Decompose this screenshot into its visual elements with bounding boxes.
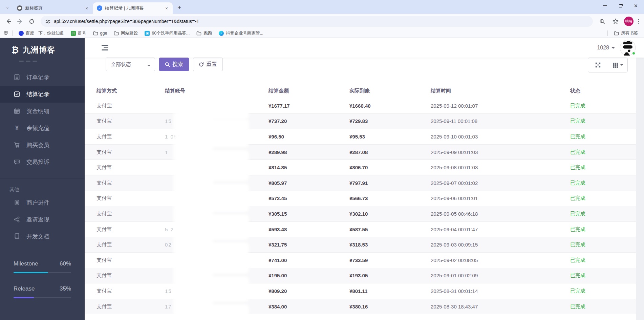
sidebar-item-referral[interactable]: 邀请返现 bbox=[0, 211, 85, 228]
folder-icon bbox=[614, 31, 619, 36]
browser-tab-active[interactable]: ✓ 结算记录 | 九洲博客 × bbox=[93, 2, 173, 14]
cell-account: 17 bbox=[165, 304, 269, 310]
url-text[interactable]: api.5xv.cn/user/settle.php?pageSize=30&p… bbox=[54, 19, 199, 24]
browser-tab-strip: ⌄ 新标签页 × ✓ 结算记录 | 九洲博客 × + × bbox=[0, 0, 644, 14]
new-tab-button[interactable]: + bbox=[175, 3, 184, 12]
tab-close-icon[interactable]: × bbox=[164, 5, 169, 11]
balance-dropdown[interactable]: 1028 bbox=[597, 45, 615, 51]
site-settings-tune-icon[interactable] bbox=[45, 19, 50, 24]
sidebar-item-orders[interactable]: 订单记录 bbox=[0, 69, 85, 86]
cell-time: 2025-09-07 00:01:02 bbox=[431, 180, 570, 186]
columns-dropdown-button[interactable] bbox=[608, 58, 627, 72]
cell-time: 2025-08-30 18:43:47 bbox=[431, 304, 570, 310]
cell-time: 2025-08-31 00:01:14 bbox=[431, 288, 570, 294]
sidebar-item-complaints[interactable]: 交易投诉 bbox=[0, 153, 85, 170]
cell-amount: ¥572.45 bbox=[269, 195, 349, 201]
privacy-mask bbox=[178, 199, 249, 212]
privacy-mask bbox=[178, 214, 249, 227]
forward-icon[interactable] bbox=[15, 16, 25, 26]
cell-account: 15 bbox=[165, 118, 269, 124]
cell-time: 2025-09-12 00:01:07 bbox=[431, 103, 570, 109]
user-avatar[interactable] bbox=[620, 40, 636, 56]
bookmark-baidu[interactable]: 🐾 百度一下，你就知道 bbox=[16, 30, 67, 37]
sidebar-item-docs[interactable]: 开发文档 bbox=[0, 228, 85, 245]
bookmark-bilibili[interactable]: ▣ 60个洗手间用品英... bbox=[142, 30, 192, 37]
sidebar-toggle-icon[interactable] bbox=[100, 44, 110, 52]
tab-close-icon[interactable]: × bbox=[84, 5, 89, 11]
bookmark-folder-gge[interactable]: gge bbox=[90, 30, 110, 36]
sidebar-item-settlements[interactable]: 结算记录 bbox=[0, 86, 85, 103]
folder-icon bbox=[93, 31, 98, 36]
cell-received: ¥801.11 bbox=[349, 288, 431, 294]
check-square-icon bbox=[14, 91, 20, 98]
reload-icon[interactable] bbox=[26, 16, 37, 26]
cell-time: 2025-09-02 00:08:05 bbox=[431, 257, 570, 263]
sidebar-item-membership[interactable]: 购买会员 bbox=[0, 136, 85, 153]
account-fragment: 02 bbox=[165, 242, 172, 248]
bookmark-folder-paopao[interactable]: 跑跑 bbox=[194, 30, 215, 37]
cell-amount: ¥384.00 bbox=[269, 304, 349, 310]
share-icon bbox=[14, 216, 20, 223]
status-select[interactable]: 全部状态 ⌄ bbox=[106, 58, 155, 71]
apps-grid-icon[interactable] bbox=[3, 30, 9, 36]
milestone-percent: 60% bbox=[60, 260, 71, 267]
zoom-icon[interactable] bbox=[597, 16, 607, 26]
refresh-icon bbox=[199, 62, 204, 67]
cell-time: 2025-09-08 00:01:03 bbox=[431, 165, 570, 170]
account-fragment: 15 bbox=[165, 118, 172, 124]
milestone-bar bbox=[14, 272, 71, 273]
cell-received: ¥1660.40 bbox=[349, 103, 431, 109]
sidebar-item-merchant[interactable]: 商户进件 bbox=[0, 194, 85, 211]
search-icon bbox=[165, 62, 170, 67]
cell-account: 1 0503 bbox=[165, 134, 269, 140]
table-row: 支付宝 ¥741.00 ¥733.59 2025-09-02 00:08:05 … bbox=[85, 253, 636, 268]
app-logo[interactable]: ₿ 九洲博客 bbox=[0, 38, 85, 59]
cell-method: 支付宝 bbox=[96, 226, 165, 233]
cell-amount: ¥289.98 bbox=[269, 149, 349, 155]
table-row: 支付宝 5 2 ¥593.48 ¥587.55 2025-09-04 00:01… bbox=[85, 222, 636, 237]
bookmark-folder-website[interactable]: 网站建设 bbox=[111, 30, 141, 37]
table-header: 结算方式 结算账号 结算金额 实际到账 结算时间 状态 bbox=[85, 84, 636, 98]
window-minimize-button[interactable] bbox=[601, 2, 608, 9]
table-row: 支付宝 02 ¥321.75 ¥318.53 2025-09-03 00:09:… bbox=[85, 237, 636, 253]
cell-method: 支付宝 bbox=[96, 303, 165, 310]
tab-search-chevron-icon[interactable]: ⌄ bbox=[3, 2, 12, 12]
reset-button[interactable]: 重置 bbox=[193, 58, 223, 71]
release-label: Release bbox=[14, 285, 35, 292]
fullscreen-button[interactable] bbox=[588, 58, 608, 72]
window-restore-button[interactable] bbox=[617, 2, 624, 9]
cell-account: 15 bbox=[165, 288, 269, 294]
chevron-down-icon: ⌄ bbox=[146, 62, 151, 67]
filter-row: 全部状态 ⌄ 搜索 重置 bbox=[85, 58, 636, 76]
browser-profile-avatar[interactable]: 呐呐 bbox=[624, 17, 634, 26]
bookmark-qunhao[interactable]: 田 群号 bbox=[68, 30, 89, 37]
window-controls: × bbox=[601, 0, 642, 12]
sidebar-item-recharge[interactable]: ¥ 余额充值 bbox=[0, 120, 85, 136]
cell-amount: ¥737.20 bbox=[269, 118, 349, 124]
bookmark-douyin[interactable]: ♪ 抖音企业号商家管... bbox=[216, 30, 266, 37]
release-bar bbox=[14, 297, 71, 298]
table-row: 支付宝 ¥1677.17 ¥1660.40 2025-09-12 00:01:0… bbox=[85, 98, 636, 114]
cell-amount: ¥96.50 bbox=[269, 134, 349, 140]
green-app-icon: 田 bbox=[71, 31, 76, 36]
browser-menu-icon[interactable] bbox=[637, 18, 641, 25]
sidebar-item-funds[interactable]: 资金明细 bbox=[0, 103, 85, 120]
sidebar: ₿ 九洲博客 订单记录 结算记录 资金明细 ¥ 余额充值 购买会员 交易投诉 bbox=[0, 38, 85, 320]
all-bookmarks[interactable]: 所有书签 bbox=[611, 30, 641, 37]
back-icon[interactable] bbox=[3, 16, 14, 26]
cell-received: ¥806.70 bbox=[349, 165, 431, 170]
cell-status: 已完成 bbox=[570, 149, 636, 155]
cell-received: ¥733.59 bbox=[349, 257, 431, 263]
tab-title: 新标签页 bbox=[25, 5, 81, 11]
browser-tab-newtab[interactable]: 新标签页 × bbox=[13, 2, 93, 14]
cart-icon bbox=[14, 142, 20, 148]
bookmark-star-icon[interactable] bbox=[610, 16, 621, 26]
cell-status: 已完成 bbox=[570, 257, 636, 263]
window-close-button[interactable]: × bbox=[632, 2, 639, 9]
search-button[interactable]: 搜索 bbox=[159, 58, 189, 71]
address-bar[interactable]: api.5xv.cn/user/settle.php?pageSize=30&p… bbox=[41, 16, 593, 27]
chat-bubble-icon bbox=[14, 158, 20, 165]
privacy-mask bbox=[178, 304, 249, 317]
cell-status: 已完成 bbox=[570, 226, 636, 233]
cell-account: 1 bbox=[165, 149, 269, 155]
